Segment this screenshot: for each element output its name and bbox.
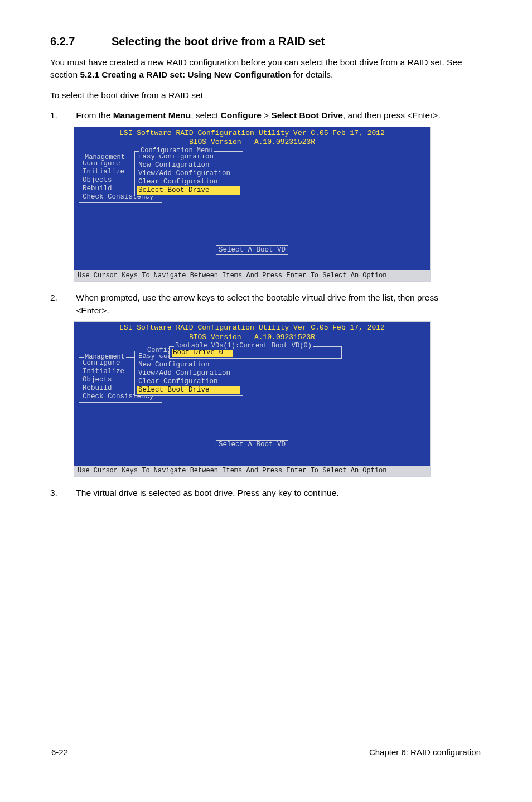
section-title-text: Selecting the boot drive from a RAID set	[112, 35, 325, 47]
step-2: 2. When prompted, use the arrow keys to …	[50, 292, 482, 476]
bios2-cfg-item: New Configuration	[137, 361, 240, 369]
bios2-management-title: Management	[84, 353, 126, 361]
bios1-cfg-item: Clear Configuration	[137, 178, 240, 186]
bios2-help-bar: Use Cursor Keys To Navigate Between Item…	[74, 466, 430, 476]
bios1-configuration-menu: Configuration Menu Easy Configuration Ne…	[134, 151, 243, 196]
intro-cross-ref: 5.2.1 Creating a RAID set: Using New Con…	[80, 70, 291, 79]
intro-paragraph-1: You must have created a new RAID configu…	[50, 56, 482, 81]
bios2-cfg-item: Clear Configuration	[137, 378, 240, 386]
bios1-config-title: Configuration Menu	[139, 147, 214, 155]
step-1-text: From the Management Menu, select Configu…	[76, 109, 466, 122]
step-1-number: 1.	[50, 109, 74, 122]
bios2-cfg-item: View/Add Configuration	[137, 369, 240, 378]
bios2-cfg-item-selected: Select Boot Drive	[137, 386, 240, 394]
bios2-bottom-box: Select A Boot VD	[216, 440, 288, 450]
bios1-header: LSI Software RAID Configuration Utility …	[74, 127, 430, 148]
footer-page-number: 6-22	[51, 746, 68, 758]
step-1: 1. From the Management Menu, select Conf…	[50, 109, 482, 282]
bios1-help-bar: Use Cursor Keys To Navigate Between Item…	[74, 270, 430, 281]
step-2-number: 2.	[50, 292, 74, 304]
bios2-bootable-title: Bootable VDs(1):Current Boot VD(0)	[174, 342, 313, 350]
intro-paragraph-2: To select the boot drive from a RAID set	[50, 89, 482, 102]
bios1-management-title: Management	[84, 153, 126, 162]
bios-screenshot-2: LSI Software RAID Configuration Utility …	[74, 321, 431, 477]
bios1-cfg-item: View/Add Configuration	[137, 170, 240, 178]
step-3: 3. The virtual drive is selected as boot…	[50, 487, 482, 499]
section-number: 6.2.7	[50, 33, 112, 50]
bios1-cfg-item-selected: Select Boot Drive	[137, 186, 240, 195]
step-2-text: When prompted, use the arrow keys to sel…	[76, 292, 466, 317]
bios2-header: LSI Software RAID Configuration Utility …	[74, 322, 430, 343]
page-footer: 6-22 Chapter 6: RAID configuration	[50, 746, 482, 758]
bios1-bottom-box: Select A Boot VD	[216, 245, 288, 255]
step-3-text: The virtual drive is selected as boot dr…	[76, 487, 466, 499]
section-heading: 6.2.7Selecting the boot drive from a RAI…	[50, 33, 482, 50]
bios2-bootable-vds-box: Bootable VDs(1):Current Boot VD(0) Boot …	[169, 346, 342, 359]
bios1-cfg-item: New Configuration	[137, 161, 240, 170]
step-3-number: 3.	[50, 487, 74, 499]
footer-chapter: Chapter 6: RAID configuration	[369, 746, 481, 758]
bios-screenshot-1: LSI Software RAID Configuration Utility …	[74, 127, 431, 282]
